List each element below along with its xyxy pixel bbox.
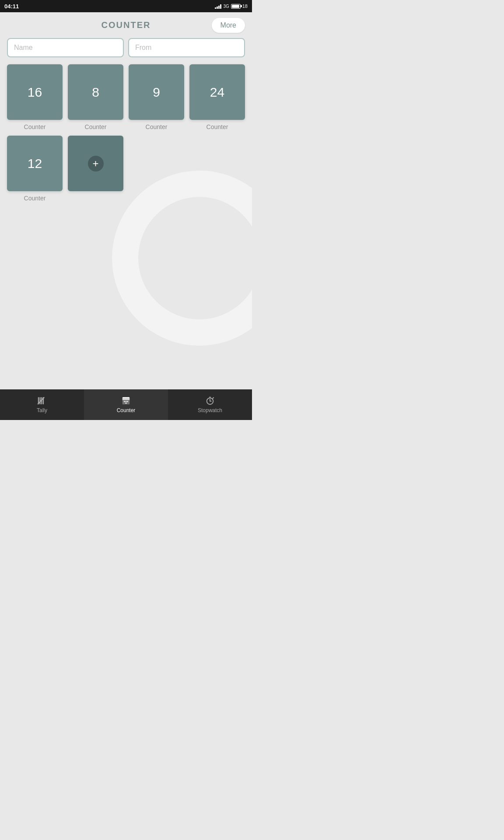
nav-label-counter: Counter [117, 407, 136, 413]
battery-level: 18 [242, 4, 248, 9]
counter-item-1[interactable]: 16 Counter [7, 64, 63, 130]
counter-value-4: 24 [210, 85, 224, 100]
network-type-icon: 3G [223, 4, 229, 9]
add-icon: + [88, 156, 104, 172]
more-button[interactable]: More [212, 18, 245, 33]
battery-icon [231, 4, 241, 9]
search-row [0, 38, 252, 57]
svg-rect-15 [209, 397, 211, 398]
counter-item-3[interactable]: 9 Counter [129, 64, 184, 130]
svg-point-9 [127, 401, 128, 402]
counter-item-4[interactable]: 24 Counter [189, 64, 245, 130]
add-counter-label [95, 195, 97, 202]
svg-point-8 [126, 401, 127, 402]
status-time: 04:11 [4, 3, 19, 10]
svg-point-10 [126, 402, 127, 404]
counter-tile-3[interactable]: 9 [129, 64, 184, 120]
counter-label-1: Counter [24, 123, 46, 130]
counter-label-2: Counter [85, 123, 107, 130]
tally-icon [37, 396, 47, 406]
status-right: 3G 18 [215, 4, 248, 9]
signal-bars-icon [215, 4, 221, 9]
nav-item-tally[interactable]: Tally [0, 389, 84, 420]
name-input[interactable] [7, 38, 124, 57]
counter-value-2: 8 [92, 85, 99, 100]
counter-value-1: 16 [28, 85, 42, 100]
counter-tile-4[interactable]: 24 [189, 64, 245, 120]
counter-tile-1[interactable]: 16 [7, 64, 63, 120]
counter-value-5: 12 [28, 156, 42, 171]
counter-label-4: Counter [206, 123, 228, 130]
nav-label-tally: Tally [37, 407, 47, 413]
svg-rect-6 [122, 399, 130, 400]
counter-grid: 16 Counter 8 Counter 9 Counter 24 Counte… [0, 64, 252, 202]
app-container: COUNTER More 16 Counter 8 Counter 9 Cou [0, 12, 252, 389]
nav-label-stopwatch: Stopwatch [198, 407, 222, 413]
add-counter-tile[interactable]: + [68, 136, 123, 191]
counter-label-5: Counter [24, 195, 46, 202]
header: COUNTER More [0, 12, 252, 38]
from-input[interactable] [128, 38, 245, 57]
bottom-nav: Tally Counter Stopwatch [0, 389, 252, 420]
nav-item-counter[interactable]: Counter [84, 389, 168, 420]
nav-item-stopwatch[interactable]: Stopwatch [168, 389, 252, 420]
page-title: COUNTER [102, 20, 151, 30]
counter-value-3: 9 [153, 85, 160, 100]
stopwatch-icon [205, 396, 215, 406]
counter-icon [121, 396, 131, 406]
status-bar: 04:11 3G 18 [0, 0, 252, 12]
counter-item-2[interactable]: 8 Counter [68, 64, 123, 130]
svg-point-7 [124, 401, 125, 402]
counter-item-5[interactable]: 12 Counter [7, 136, 63, 202]
add-counter-item[interactable]: + [68, 136, 123, 202]
svg-line-16 [213, 398, 214, 399]
counter-tile-5[interactable]: 12 [7, 136, 63, 191]
counter-label-3: Counter [146, 123, 168, 130]
counter-tile-2[interactable]: 8 [68, 64, 123, 120]
